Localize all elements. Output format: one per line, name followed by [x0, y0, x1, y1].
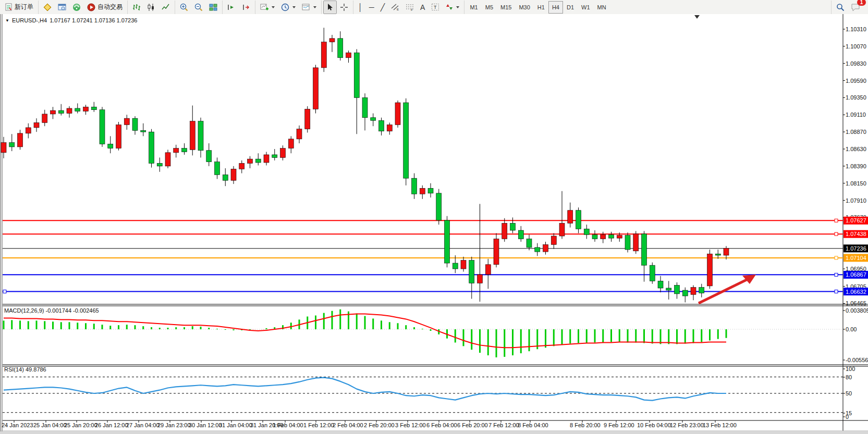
vertical-line-tool[interactable]: │: [355, 1, 366, 14]
candle: [1, 143, 6, 153]
timeframe-m5[interactable]: M5: [482, 1, 497, 14]
search-icon: [836, 3, 845, 11]
date-label: 27 Jan 04:00: [126, 422, 160, 428]
autotrade-icon: [87, 3, 95, 11]
chat-button[interactable]: 1: [848, 1, 863, 14]
candle: [658, 281, 663, 288]
chart-shift-button[interactable]: [239, 1, 253, 14]
hline-handle[interactable]: [835, 273, 838, 276]
line-chart-button[interactable]: [158, 1, 173, 14]
zoom-in-button[interactable]: [177, 1, 191, 14]
fibonacci-tool[interactable]: F: [402, 1, 417, 14]
candle: [469, 261, 474, 283]
horizontal-line-tool[interactable]: ─: [366, 1, 377, 14]
candle: [231, 169, 236, 180]
candle: [58, 110, 64, 113]
candle: [724, 248, 729, 255]
hline-handle[interactable]: [835, 290, 838, 293]
bottom-strip: [0, 431, 868, 434]
candle: [329, 39, 335, 42]
crosshair-tool-button[interactable]: [337, 1, 351, 14]
candle: [174, 148, 179, 153]
zoom-out-button[interactable]: [191, 1, 206, 14]
candle: [682, 290, 688, 296]
timeframe-m30[interactable]: M30: [515, 1, 533, 14]
macd-tick-label: 0.00: [846, 326, 857, 332]
candle: [436, 193, 442, 220]
timeframe-d1[interactable]: D1: [563, 1, 578, 14]
cursor-tool-button[interactable]: [323, 1, 337, 14]
timeframe-h4[interactable]: H4: [548, 1, 563, 14]
timeframe-mn[interactable]: MN: [594, 1, 610, 14]
timeframe-m1[interactable]: M1: [466, 1, 481, 14]
candle: [141, 130, 146, 132]
hline-badge-label: 1.06867: [846, 271, 866, 278]
autotrade-button[interactable]: 自动交易: [84, 1, 126, 14]
date-label: 24 Jan 2023: [2, 422, 33, 428]
date-label: 2 Feb 04:00: [333, 422, 363, 428]
periods-button[interactable]: [278, 1, 299, 14]
date-label: 2 Feb 20:00: [364, 422, 395, 428]
terminal-button[interactable]: [55, 1, 69, 14]
hline-handle[interactable]: [835, 232, 838, 235]
date-label: 9 Feb 12:00: [604, 422, 634, 428]
candle: [206, 151, 212, 162]
search-button[interactable]: [833, 1, 848, 14]
bar-chart-button[interactable]: [129, 1, 144, 14]
horizontal-line-icon: ─: [369, 4, 374, 11]
chart-canvas[interactable]: 1.103101.100701.098301.095901.093501.091…: [0, 14, 868, 434]
rsi-tick-label: 50: [846, 390, 852, 396]
candle: [91, 107, 96, 109]
market-button[interactable]: [40, 1, 55, 14]
candle: [132, 118, 138, 130]
text-tool[interactable]: A: [417, 1, 428, 14]
indicators-dropdown-arrow[interactable]: [272, 6, 275, 8]
new-order-button[interactable]: 新订单: [2, 1, 36, 14]
candle: [83, 107, 89, 111]
market-icon: [43, 3, 52, 11]
trendline-tool[interactable]: ╱: [377, 1, 388, 14]
macd-name: MACD(12,26,9): [4, 307, 44, 314]
periods-clock-icon: [281, 3, 289, 11]
templates-button[interactable]: [299, 1, 320, 14]
candle: [518, 230, 523, 239]
auto-scroll-button[interactable]: [224, 1, 239, 14]
candle: [190, 121, 195, 150]
tile-windows-button[interactable]: [206, 1, 221, 14]
label-tool[interactable]: T: [428, 1, 443, 14]
candle: [617, 235, 622, 238]
macd-indicator-label: MACD(12,26,9) -0.001744 -0.002465: [4, 307, 99, 314]
hline-handle[interactable]: [835, 256, 838, 259]
chart-window: 1.103101.100701.098301.095901.093501.091…: [0, 14, 868, 434]
candlestick-chart-button[interactable]: [144, 1, 158, 14]
price-tick-label: 1.09110: [846, 111, 866, 118]
candle: [215, 162, 220, 175]
candle: [18, 133, 23, 147]
collapse-triangle-icon[interactable]: ▼: [5, 18, 9, 23]
timeframe-m15[interactable]: M15: [497, 1, 515, 14]
arrows-dropdown-arrow[interactable]: [456, 6, 459, 8]
candle: [248, 159, 253, 163]
candle: [100, 110, 105, 144]
candle: [165, 153, 170, 166]
signals-button[interactable]: [69, 1, 84, 14]
indicators-button[interactable]: [257, 1, 278, 14]
price-tick-label: 1.08630: [846, 146, 866, 152]
svg-text:E: E: [397, 8, 399, 11]
indicators-icon: [260, 3, 268, 11]
hline-handle[interactable]: [835, 219, 838, 222]
chart-shift-icon: [242, 3, 250, 11]
channel-tool[interactable]: E: [388, 1, 402, 14]
timeframe-w1[interactable]: W1: [578, 1, 594, 14]
timeframe-h1[interactable]: H1: [534, 1, 548, 14]
arrows-tool[interactable]: [443, 1, 462, 14]
templates-dropdown-arrow[interactable]: [313, 6, 316, 8]
date-label: 31 Jan 04:00: [219, 422, 252, 428]
date-label: 13 Feb 12:00: [703, 422, 737, 428]
notification-badge[interactable]: 1: [857, 0, 866, 6]
candle: [642, 234, 647, 265]
candle: [346, 53, 351, 58]
hline-handle[interactable]: [3, 290, 6, 293]
periods-dropdown-arrow[interactable]: [292, 6, 296, 8]
timeframe-group: M1M5M15M30H1H4D1W1MN: [464, 1, 611, 14]
